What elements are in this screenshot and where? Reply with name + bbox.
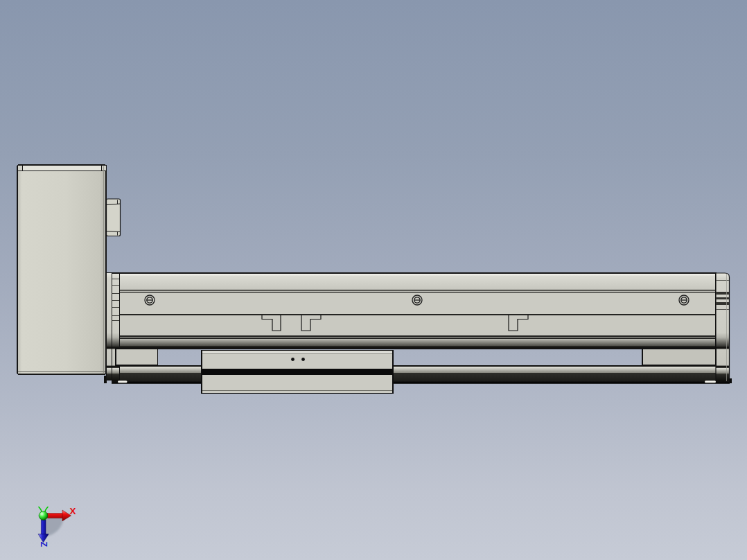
right-support-block[interactable] [642,349,716,365]
carriage-dowel-hole [291,358,295,361]
origin-sphere-icon [39,511,48,520]
carriage-slider[interactable] [202,351,393,394]
model-drawing: X Z [0,0,747,560]
rail-end-strip[interactable] [106,272,112,380]
origin-triad: X Z [38,506,76,548]
carriage-seal-band [202,369,393,376]
rail-lower-band-left[interactable] [112,365,202,383]
carriage-top-highlight [202,351,392,353]
right-foot-step [730,378,732,383]
z-axis-label: Z [39,542,49,548]
rail-lower-band-right[interactable] [393,365,730,383]
housing-top-strip [17,165,106,170]
rail-lower-assembly[interactable] [104,365,732,383]
left-support-block[interactable] [116,349,158,365]
rail-extrusion-body[interactable] [120,273,717,349]
carriage-dowel-hole [301,358,305,361]
housing-top-corner-left [17,165,22,170]
cad-viewport[interactable]: X Z [0,0,747,560]
connector-bracket[interactable] [107,199,121,236]
right-end-cap[interactable] [716,273,730,382]
right-foot-highlight [705,380,716,383]
x-axis-label: X [70,506,76,516]
left-foot-highlight [118,380,128,383]
motor-housing[interactable] [17,165,106,374]
